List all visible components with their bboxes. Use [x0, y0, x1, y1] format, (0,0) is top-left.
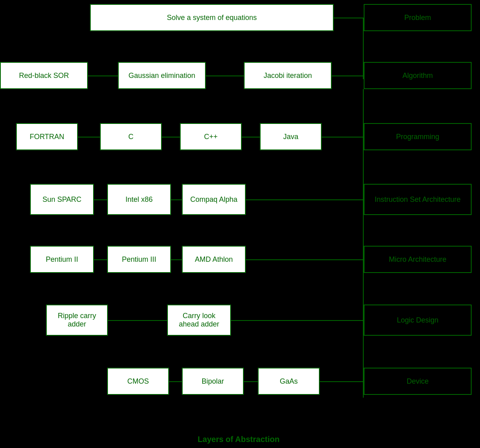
conn-alg-3: [332, 76, 363, 76]
conn-dev-1: [169, 381, 182, 382]
connector-v-5: [363, 150, 364, 183]
connector-v-4: [363, 120, 364, 151]
bottom-title: Layers of Abstraction: [179, 435, 299, 444]
isa-item-2: Intel x86: [107, 184, 171, 215]
conn-dev-3: [320, 381, 363, 382]
conn-dev-2: [244, 381, 258, 382]
prog-item-2: C: [100, 123, 162, 150]
micro-item-2: Pentium III: [107, 246, 171, 273]
micro-item-1: Pentium II: [30, 246, 94, 273]
conn-prog-2: [162, 137, 180, 137]
micro-item-3: AMD Athlon: [182, 246, 246, 273]
logic-item-1: Ripple carry adder: [46, 305, 108, 336]
prog-item-1: FORTRAN: [16, 123, 78, 150]
programming-label: Programming: [364, 123, 472, 150]
algorithm-item-3: Jacobi iteration: [244, 62, 332, 89]
algorithm-label: Algorithm: [364, 62, 472, 89]
conn-micro-2: [171, 259, 182, 260]
isa-item-3: Compaq Alpha: [182, 184, 246, 215]
conn-logic-1: [108, 320, 167, 321]
conn-micro-3: [246, 259, 363, 260]
conn-micro-1: [94, 259, 107, 260]
connector-v-6: [363, 183, 364, 216]
problem-item-1: Solve a system of equations: [90, 4, 334, 31]
isa-item-1: Sun SPARC: [30, 184, 94, 215]
conn-prog-3: [242, 137, 260, 137]
conn-alg-1: [88, 76, 118, 76]
b1: [118, 76, 118, 76]
conn-logic-2: [231, 320, 363, 321]
conn-isa-2: [171, 199, 182, 200]
prog-item-3: C++: [180, 123, 242, 150]
conn-isa-1: [94, 199, 107, 200]
device-item-2: Bipolar: [182, 368, 244, 395]
device-item-3: GaAs: [258, 368, 320, 395]
connector-v-12: [363, 368, 364, 398]
prog-item-4: Java: [260, 123, 322, 150]
connector-h-problem: [334, 18, 364, 18]
connector-v-1: [363, 18, 364, 48]
algorithm-item-1: Red-black SOR: [0, 62, 88, 89]
connector-v-2: [363, 48, 364, 79]
connector-v-11: [363, 336, 364, 368]
conn-alg-2: [206, 76, 244, 76]
connector-v-3: [363, 89, 364, 120]
connector-v-10: [363, 306, 364, 338]
algorithm-item-2: Gaussian elimination: [118, 62, 206, 89]
connector-v-9: [363, 273, 364, 306]
problem-label: Problem: [364, 4, 472, 31]
conn-prog-1: [78, 137, 100, 137]
conn-isa-3: [246, 199, 363, 200]
isa-label: Instruction Set Architecture: [364, 184, 472, 215]
device-label: Device: [364, 368, 472, 395]
logic-item-2: Carry look ahead adder: [167, 305, 231, 336]
micro-label: Micro Architecture: [364, 246, 472, 273]
logic-label: Logic Design: [364, 305, 472, 336]
conn-prog-4: [322, 137, 363, 137]
device-item-1: CMOS: [107, 368, 169, 395]
connector-v-7: [363, 215, 364, 248]
